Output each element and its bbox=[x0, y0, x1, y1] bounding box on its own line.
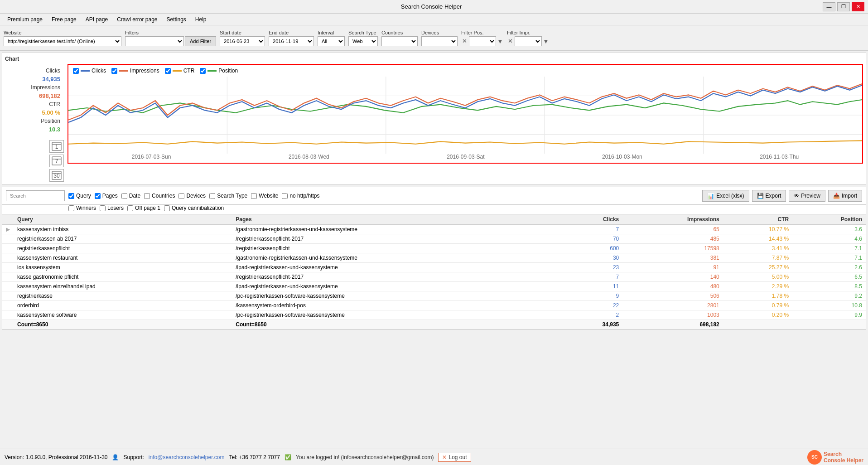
menu-free-page[interactable]: Free page bbox=[48, 15, 80, 24]
row-ctr: 5.00 % bbox=[723, 272, 792, 282]
querycannibalization-checkbox[interactable] bbox=[164, 205, 170, 211]
add-filter-button[interactable]: Add Filter bbox=[185, 36, 216, 46]
searchtype-group: Search Type Web bbox=[348, 30, 378, 46]
row-position: 10.8 bbox=[792, 301, 866, 310]
ctr-column-header[interactable]: CTR bbox=[723, 214, 792, 225]
ctr-label: CTR bbox=[49, 101, 60, 107]
winners-checkbox[interactable] bbox=[68, 205, 74, 211]
filterimpr-select[interactable] bbox=[515, 36, 542, 46]
row-pages: /gastronomie-registrierkassen-und-kassen… bbox=[232, 225, 561, 234]
devices-select[interactable] bbox=[421, 36, 458, 46]
filters-label: Filters bbox=[125, 30, 216, 35]
devices-checkbox[interactable] bbox=[178, 193, 184, 199]
row-position: 7.1 bbox=[792, 253, 866, 263]
website-checkbox-group: Website bbox=[251, 193, 278, 199]
losers-label: Losers bbox=[107, 205, 124, 211]
calendar-30-button[interactable]: 30 bbox=[49, 169, 64, 182]
enddate-select[interactable]: 2016-11-19 bbox=[269, 36, 314, 46]
nohttphttps-checkbox[interactable] bbox=[282, 193, 288, 199]
row-ctr: 14.43 % bbox=[723, 234, 792, 244]
row-arrow bbox=[2, 234, 14, 244]
close-button[interactable]: ✕ bbox=[852, 2, 864, 11]
row-arrow bbox=[2, 301, 14, 310]
query-checkbox[interactable] bbox=[68, 193, 74, 199]
startdate-select[interactable]: 2016-06-23 bbox=[220, 36, 265, 46]
table-row: kassensystem einzelhandel ipad /ipad-reg… bbox=[2, 282, 866, 291]
preview-button[interactable]: 👁 Preview bbox=[789, 190, 825, 202]
position-column-header[interactable]: Position bbox=[792, 214, 866, 225]
pages-checkbox[interactable] bbox=[95, 193, 101, 199]
data-table: Query Pages Clicks Impressions CTR Posit… bbox=[2, 214, 866, 329]
menu-premium-page[interactable]: Premium page bbox=[4, 15, 46, 24]
row-ctr: 3.41 % bbox=[723, 244, 792, 253]
filterimpr-clear-button[interactable]: ✕ bbox=[507, 38, 514, 44]
menu-crawl-error-page[interactable]: Crawl error page bbox=[113, 15, 161, 24]
row-query: kasse gastronomie pflicht bbox=[14, 272, 232, 282]
impressions-column-header[interactable]: Impressions bbox=[622, 214, 723, 225]
winners-checkbox-group: Winners bbox=[68, 205, 96, 211]
row-pages: /ipad-registrierkassen-und-kassensysteme bbox=[232, 282, 561, 291]
row-position: 4.6 bbox=[792, 234, 866, 244]
offpage1-checkbox[interactable] bbox=[127, 205, 133, 211]
ctr-line bbox=[68, 140, 862, 144]
countries-select[interactable] bbox=[381, 36, 418, 46]
menu-api-page[interactable]: API page bbox=[82, 15, 111, 24]
row-impressions: 91 bbox=[622, 263, 723, 272]
calendar-7-button[interactable]: 7 bbox=[49, 155, 64, 167]
menu-bar: Premium page Free page API page Crawl er… bbox=[0, 14, 868, 25]
arrow-column-header bbox=[2, 214, 14, 225]
website-checkbox[interactable] bbox=[251, 193, 257, 199]
searchtype-checkbox[interactable] bbox=[209, 193, 215, 199]
logout-button[interactable]: ✕ Log out bbox=[438, 453, 471, 462]
countries-checkbox[interactable] bbox=[144, 193, 150, 199]
row-ctr: 0.79 % bbox=[723, 301, 792, 310]
import-icon: 📥 bbox=[833, 193, 840, 199]
row-impressions: 140 bbox=[622, 272, 723, 282]
ctr-value: 5.00 % bbox=[42, 109, 60, 116]
legend-clicks-checkbox[interactable] bbox=[73, 68, 79, 74]
excel-button[interactable]: 📊 Excel (xlsx) bbox=[702, 190, 749, 202]
maximize-button[interactable]: ❐ bbox=[837, 2, 850, 11]
legend-impressions-checkbox[interactable] bbox=[111, 68, 117, 74]
chart-svg bbox=[68, 77, 862, 154]
calendar-1-button[interactable]: 1 bbox=[49, 140, 64, 153]
website-label: Website bbox=[4, 30, 121, 35]
count-clicks: 34,935 bbox=[562, 320, 623, 329]
support-email[interactable]: info@searchconsolehelper.com bbox=[149, 454, 225, 460]
menu-settings[interactable]: Settings bbox=[163, 15, 190, 24]
row-arrow bbox=[2, 253, 14, 263]
searchtype-label: Search Type bbox=[217, 193, 247, 199]
legend-position-checkbox[interactable] bbox=[200, 68, 206, 74]
version-text: Version: 1.0.93.0, Professional 2016-11-… bbox=[5, 454, 107, 460]
row-arrow bbox=[2, 272, 14, 282]
row-pages: /pc-registrierkassen-software-kassensyst… bbox=[232, 291, 561, 301]
clicks-value: 34,935 bbox=[42, 76, 60, 82]
footer: Version: 1.0.93.0, Professional 2016-11-… bbox=[0, 449, 868, 465]
minimize-button[interactable]: — bbox=[823, 2, 835, 11]
interval-select[interactable]: All bbox=[318, 36, 345, 46]
searchtype-select[interactable]: Web bbox=[348, 36, 378, 46]
impressions-label: Impressions bbox=[31, 84, 60, 91]
export-button[interactable]: 💾 Export bbox=[752, 190, 786, 202]
filterimpr-icon: ▼ bbox=[543, 38, 549, 45]
website-select[interactable]: http://registrierkassen-test.info/ (Onli… bbox=[4, 36, 121, 46]
date-checkbox[interactable] bbox=[121, 193, 127, 199]
offpage1-label: Off page 1 bbox=[135, 205, 160, 211]
row-pages: /gastronomie-registrierkassen-und-kassen… bbox=[232, 253, 561, 263]
losers-checkbox[interactable] bbox=[100, 205, 106, 211]
legend-impressions: Impressions bbox=[111, 68, 159, 74]
filters-select[interactable] bbox=[125, 36, 184, 46]
pages-column-header[interactable]: Pages bbox=[232, 214, 561, 225]
search-input[interactable] bbox=[6, 190, 65, 201]
menu-help[interactable]: Help bbox=[192, 15, 210, 24]
check-icon: ✅ bbox=[285, 454, 291, 460]
filterpos-select[interactable] bbox=[469, 36, 496, 46]
support-label: Support: bbox=[123, 454, 144, 460]
import-button[interactable]: 📥 Import bbox=[828, 190, 862, 202]
data-section: Query Pages Date Countries Devices Searc… bbox=[2, 187, 866, 330]
legend-ctr-checkbox[interactable] bbox=[165, 68, 171, 74]
clicks-column-header[interactable]: Clicks bbox=[562, 214, 623, 225]
filterpos-clear-button[interactable]: ✕ bbox=[461, 38, 468, 44]
query-column-header[interactable]: Query bbox=[14, 214, 232, 225]
querycannibalization-label: Query cannibalization bbox=[172, 205, 224, 211]
